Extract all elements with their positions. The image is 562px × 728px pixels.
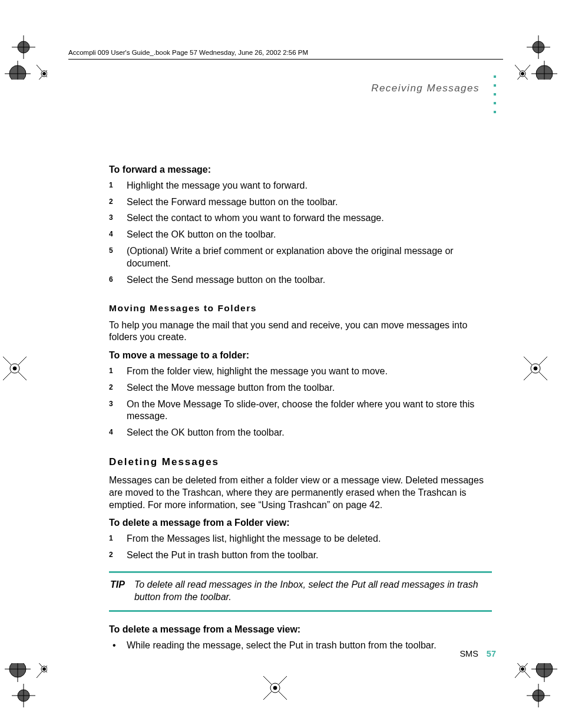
list-item: While reading the message, select the Pu… — [109, 640, 492, 652]
crop-mark-top-left — [0, 32, 47, 80]
list-item: 2Select the Move message button from the… — [109, 382, 492, 394]
list-item: 1From the Messages list, highlight the m… — [109, 533, 492, 545]
delete-message-bullets: While reading the message, select the Pu… — [109, 640, 492, 652]
list-item: 6Select the Send message button on the t… — [109, 274, 492, 286]
moving-steps: 1From the folder view, highlight the mes… — [109, 365, 492, 439]
step-text: Select the OK button from the toolbar. — [127, 427, 285, 437]
delete-folder-steps: 1From the Messages list, highlight the m… — [109, 533, 492, 562]
header-rule — [68, 59, 503, 60]
heading-delete-folder: To delete a message from a Folder view: — [109, 517, 492, 529]
tip-callout: TIP To delete all read messages in the I… — [109, 571, 492, 612]
decorative-dots — [494, 75, 496, 113]
list-item: 3Select the contact to whom you want to … — [109, 212, 492, 225]
heading-delete-message: To delete a message from a Message view: — [109, 624, 492, 636]
step-text: Highlight the message you want to forwar… — [127, 180, 308, 190]
crop-mark-bottom-center — [257, 670, 305, 717]
heading-deleting: Deleting Messages — [109, 456, 492, 469]
svg-point-11 — [43, 668, 46, 671]
step-text: Select the Send message button on the to… — [127, 275, 325, 285]
tip-text: To delete all read messages in the Inbox… — [134, 579, 491, 604]
list-item: 4Select the OK button on the toolbar. — [109, 229, 492, 241]
list-item: 1From the folder view, highlight the mes… — [109, 365, 492, 378]
list-item: 2Select the Forward message button on th… — [109, 196, 492, 209]
step-text: Select the Put in trash button from the … — [127, 550, 319, 560]
deleting-intro: Messages can be deleted from either a fo… — [109, 475, 492, 511]
list-item: 3On the Move Message To slide-over, choo… — [109, 398, 492, 423]
step-text: Select the Forward message button on the… — [127, 197, 338, 207]
footer-page-number: 57 — [487, 649, 496, 658]
heading-forward: To forward a message: — [109, 164, 492, 176]
crop-mark-mid-right — [515, 348, 562, 395]
running-header: Receiving Messages — [371, 83, 480, 94]
crop-mark-top-right — [515, 32, 562, 80]
print-header-line: Accompli 009 User's Guide_.book Page 57 … — [68, 49, 308, 56]
bullet-text: While reading the message, select the Pu… — [127, 640, 437, 650]
step-text: (Optional) Write a brief comment or expl… — [127, 246, 454, 268]
step-text: Select the contact to whom you want to f… — [127, 213, 384, 223]
crop-mark-mid-left — [0, 348, 47, 395]
svg-point-7 — [521, 73, 524, 75]
step-text: Select the OK button on the toolbar. — [127, 229, 276, 239]
page-footer: SMS 57 — [459, 649, 496, 658]
step-text: Select the Move message button from the … — [127, 383, 335, 393]
list-item: 4Select the OK button from the toolbar. — [109, 427, 492, 439]
step-text: From the folder view, highlight the mess… — [127, 366, 388, 376]
svg-point-3 — [43, 73, 46, 75]
list-item: 1Highlight the message you want to forwa… — [109, 180, 492, 192]
moving-intro: To help you manage the mail that you sen… — [109, 319, 492, 344]
forward-steps: 1Highlight the message you want to forwa… — [109, 180, 492, 286]
crop-mark-bottom-right — [515, 663, 562, 710]
list-item: 2Select the Put in trash button from the… — [109, 549, 492, 562]
page-content: To forward a message: 1Highlight the mes… — [109, 160, 492, 656]
svg-point-19 — [534, 367, 537, 370]
svg-point-15 — [521, 668, 524, 671]
heading-move-to-folder: To move a message to a folder: — [109, 350, 492, 362]
heading-moving: Moving Messages to Folders — [109, 302, 492, 314]
footer-section: SMS — [459, 649, 478, 658]
tip-label: TIP — [110, 579, 125, 604]
svg-point-21 — [273, 686, 277, 690]
step-text: From the Messages list, highlight the me… — [127, 533, 381, 543]
step-text: On the Move Message To slide-over, choos… — [127, 399, 474, 421]
svg-point-17 — [13, 367, 16, 370]
list-item: 5(Optional) Write a brief comment or exp… — [109, 245, 492, 270]
crop-mark-bottom-left — [0, 663, 47, 710]
